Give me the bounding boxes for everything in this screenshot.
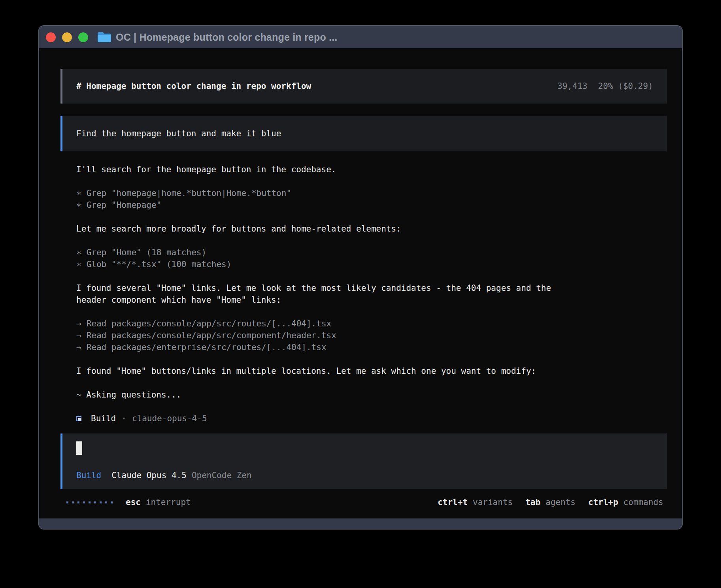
status-bar: esc interrupt ctrl+tvariantstabagentsctr… <box>66 496 663 508</box>
spinner-dot <box>72 501 74 503</box>
line-text: I found several "Home" links. Let me loo… <box>76 282 551 294</box>
terminal-window: OC | Homepage button color change in rep… <box>38 25 683 530</box>
minimize-button[interactable] <box>62 32 72 42</box>
session-stats: 39,413 20% ($0.29) <box>557 81 653 91</box>
assistant-text-line: I'll search for the homepage button in t… <box>76 164 658 175</box>
shortcut-commands[interactable]: ctrl+pcommands <box>588 498 663 507</box>
spinner-dot <box>83 501 85 503</box>
shortcut-key: ctrl+t <box>438 498 468 507</box>
spinner-dot <box>66 501 68 503</box>
tool-call-line: →Read packages/enterprise/src/routes/[..… <box>76 341 658 353</box>
session-title: # Homepage button color change in repo w… <box>76 81 311 91</box>
tool-call-line: →Read packages/console/app/src/routes/[.… <box>76 318 658 330</box>
prompt-input[interactable]: Build Claude Opus 4.5 OpenCode Zen <box>60 433 667 489</box>
assistant-text-line: Let me search more broadly for buttons a… <box>76 223 658 235</box>
agent-model: claude-opus-4-5 <box>132 414 207 423</box>
text-cursor <box>76 441 82 455</box>
line-text: Read packages/enterprise/src/routes/[...… <box>87 341 327 353</box>
maximize-button[interactable] <box>78 32 88 42</box>
user-message-text: Find the homepage button and make it blu… <box>76 129 281 138</box>
tool-asterisk-icon: ∗ <box>76 258 81 270</box>
read-arrow-icon: → <box>76 341 81 353</box>
input-meta-row: Build Claude Opus 4.5 OpenCode Zen <box>76 469 653 481</box>
line-text: Grep "Homepage" <box>87 199 162 211</box>
tool-asterisk-icon: ∗ <box>76 247 81 258</box>
spinner-dot <box>111 501 113 503</box>
line-text: Glob "**/*.tsx" (100 matches) <box>87 258 232 270</box>
shortcut-variants[interactable]: ctrl+tvariants <box>438 498 513 507</box>
spinner-dot <box>89 501 91 503</box>
assistant-text-line: ~ Asking questions... <box>76 389 658 401</box>
line-text: header component which have "Home" links… <box>76 294 281 306</box>
esc-shortcut[interactable]: esc interrupt <box>126 498 191 507</box>
window-title: OC | Homepage button color change in rep… <box>116 32 337 43</box>
user-message: Find the homepage button and make it blu… <box>60 116 667 151</box>
assistant-text-line: I found several "Home" links. Let me loo… <box>76 282 658 294</box>
line-text: Grep "homepage|home.*button|Home.*button… <box>87 187 291 199</box>
assistant-text-line: I found "Home" buttons/links in multiple… <box>76 365 658 377</box>
input-agent-label[interactable]: Build <box>76 469 101 481</box>
line-text: Read packages/console/app/src/component/… <box>87 330 336 341</box>
titlebar[interactable]: OC | Homepage button color change in rep… <box>39 26 682 48</box>
spinner-dot <box>94 501 96 503</box>
spinner-dot <box>100 501 102 503</box>
tool-asterisk-icon: ∗ <box>76 187 81 199</box>
spinner-dots-icon <box>66 501 113 503</box>
shortcut-label: agents <box>545 498 576 507</box>
line-text: Let me search more broadly for buttons a… <box>76 223 401 235</box>
tool-call-line: →Read packages/console/app/src/component… <box>76 330 658 341</box>
esc-label: interrupt <box>146 498 191 507</box>
window-bottom-edge <box>39 518 682 529</box>
shortcut-agents[interactable]: tabagents <box>525 498 576 507</box>
line-text: I found "Home" buttons/links in multiple… <box>76 365 536 377</box>
tool-call-line: ∗Glob "**/*.tsx" (100 matches) <box>76 258 658 270</box>
status-bar-left: esc interrupt <box>66 498 191 507</box>
spinner-dot <box>105 501 107 503</box>
tool-asterisk-icon: ∗ <box>76 199 81 211</box>
desktop-background: OC | Homepage button color change in rep… <box>0 0 721 588</box>
separator-dot: · <box>121 414 126 423</box>
shortcut-key: ctrl+p <box>588 498 618 507</box>
context-usage: 20% ($0.29) <box>598 81 653 91</box>
spinner-dot <box>77 501 79 503</box>
shortcut-key: tab <box>525 498 540 507</box>
tool-call-line: ∗Grep "homepage|home.*button|Home.*butto… <box>76 187 658 199</box>
line-text: I'll search for the homepage button in t… <box>76 164 336 175</box>
traffic-lights <box>46 32 88 42</box>
input-model-label[interactable]: Claude Opus 4.5 <box>111 469 187 481</box>
shortcut-label: variants <box>473 498 513 507</box>
input-provider-label: OpenCode Zen <box>192 469 252 481</box>
tool-call-line: ∗Grep "Home" (18 matches) <box>76 247 658 258</box>
agent-status-row: Build · claude-opus-4-5 <box>76 413 682 424</box>
esc-key: esc <box>126 498 141 507</box>
session-header: # Homepage button color change in repo w… <box>60 69 667 104</box>
assistant-text-line: header component which have "Home" links… <box>76 294 658 306</box>
tool-call-line: ∗Grep "Homepage" <box>76 199 658 211</box>
terminal-content: # Homepage button color change in repo w… <box>39 48 682 518</box>
status-bar-shortcuts: ctrl+tvariantstabagentsctrl+pcommands <box>438 498 663 507</box>
agent-build-badge-icon <box>76 416 81 421</box>
token-count: 39,413 <box>557 81 587 91</box>
close-button[interactable] <box>46 32 56 42</box>
line-text: Read packages/console/app/src/routes/[..… <box>87 318 332 330</box>
assistant-transcript: I'll search for the homepage button in t… <box>76 164 658 401</box>
folder-icon <box>97 31 111 43</box>
read-arrow-icon: → <box>76 318 81 330</box>
line-text: Grep "Home" (18 matches) <box>87 247 206 258</box>
read-arrow-icon: → <box>76 330 81 341</box>
line-text: ~ Asking questions... <box>76 389 181 401</box>
agent-name: Build <box>91 414 116 423</box>
shortcut-label: commands <box>623 498 663 507</box>
